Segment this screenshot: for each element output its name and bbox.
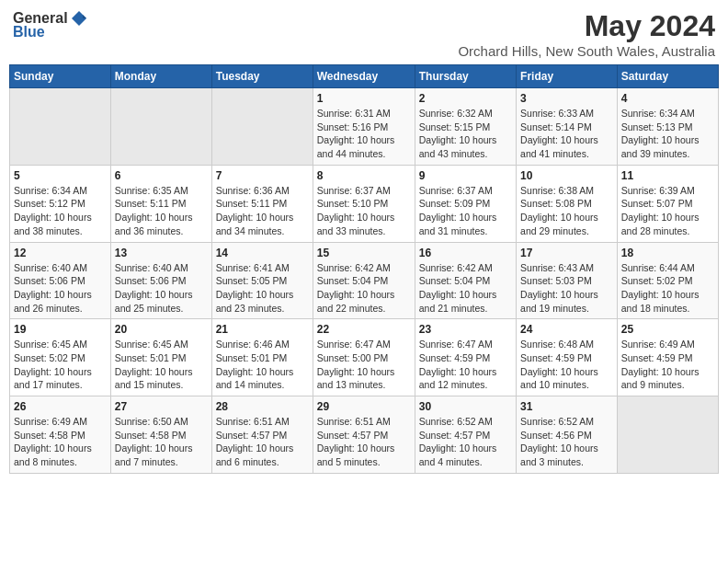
day-number: 24	[520, 323, 613, 336]
calendar-cell: 18Sunrise: 6:44 AMSunset: 5:02 PMDayligh…	[617, 242, 718, 319]
day-number: 9	[419, 169, 512, 182]
day-number: 17	[520, 247, 613, 259]
day-number: 2	[419, 92, 512, 105]
day-info: Sunrise: 6:49 AMSunset: 4:58 PMDaylight:…	[14, 415, 107, 469]
day-number: 12	[14, 247, 107, 259]
calendar-cell: 4Sunrise: 6:34 AMSunset: 5:13 PMDaylight…	[617, 88, 718, 166]
day-info: Sunrise: 6:44 AMSunset: 5:02 PMDaylight:…	[621, 261, 714, 316]
day-info: Sunrise: 6:48 AMSunset: 4:59 PMDaylight:…	[520, 338, 613, 392]
calendar-cell: 25Sunrise: 6:49 AMSunset: 4:59 PMDayligh…	[617, 319, 718, 396]
day-info: Sunrise: 6:45 AMSunset: 5:02 PMDaylight:…	[14, 338, 107, 392]
header-thursday: Thursday	[415, 65, 516, 88]
header-sunday: Sunday	[10, 65, 111, 88]
day-info: Sunrise: 6:40 AMSunset: 5:06 PMDaylight:…	[14, 261, 107, 316]
day-number: 4	[621, 92, 714, 105]
day-info: Sunrise: 6:35 AMSunset: 5:11 PMDaylight:…	[115, 184, 208, 238]
calendar-cell	[110, 88, 211, 166]
day-info: Sunrise: 6:33 AMSunset: 5:14 PMDaylight:…	[520, 107, 613, 161]
calendar-cell: 12Sunrise: 6:40 AMSunset: 5:06 PMDayligh…	[10, 242, 111, 319]
calendar-cell: 30Sunrise: 6:52 AMSunset: 4:57 PMDayligh…	[415, 396, 516, 474]
day-info: Sunrise: 6:47 AMSunset: 4:59 PMDaylight:…	[419, 338, 512, 392]
day-info: Sunrise: 6:34 AMSunset: 5:13 PMDaylight:…	[621, 107, 714, 161]
header-wednesday: Wednesday	[313, 65, 415, 88]
day-info: Sunrise: 6:42 AMSunset: 5:04 PMDaylight:…	[419, 261, 512, 316]
calendar-cell: 16Sunrise: 6:42 AMSunset: 5:04 PMDayligh…	[415, 242, 516, 319]
day-info: Sunrise: 6:41 AMSunset: 5:05 PMDaylight:…	[216, 261, 309, 316]
day-number: 7	[216, 169, 309, 182]
calendar-subtitle: Orchard Hills, New South Wales, Australi…	[458, 43, 715, 59]
day-number: 5	[14, 169, 107, 182]
day-info: Sunrise: 6:49 AMSunset: 4:59 PMDaylight:…	[621, 338, 714, 392]
calendar-cell: 1Sunrise: 6:31 AMSunset: 5:16 PMDaylight…	[313, 88, 415, 166]
day-number: 20	[115, 323, 208, 336]
day-number: 30	[419, 400, 512, 413]
day-number: 31	[520, 400, 613, 413]
calendar-cell: 22Sunrise: 6:47 AMSunset: 5:00 PMDayligh…	[313, 319, 415, 396]
day-info: Sunrise: 6:37 AMSunset: 5:09 PMDaylight:…	[419, 184, 512, 238]
day-number: 1	[317, 92, 411, 105]
calendar-cell: 14Sunrise: 6:41 AMSunset: 5:05 PMDayligh…	[211, 242, 313, 319]
header-tuesday: Tuesday	[211, 65, 313, 88]
calendar-cell: 17Sunrise: 6:43 AMSunset: 5:03 PMDayligh…	[517, 242, 618, 319]
calendar-cell: 9Sunrise: 6:37 AMSunset: 5:09 PMDaylight…	[415, 165, 516, 242]
day-info: Sunrise: 6:52 AMSunset: 4:56 PMDaylight:…	[520, 415, 613, 469]
logo: General Blue	[13, 9, 88, 40]
day-info: Sunrise: 6:42 AMSunset: 5:04 PMDaylight:…	[317, 261, 411, 316]
calendar-cell: 7Sunrise: 6:36 AMSunset: 5:11 PMDaylight…	[211, 165, 313, 242]
calendar-cell: 13Sunrise: 6:40 AMSunset: 5:06 PMDayligh…	[110, 242, 211, 319]
day-number: 21	[216, 323, 309, 336]
calendar-week-row: 26Sunrise: 6:49 AMSunset: 4:58 PMDayligh…	[10, 396, 719, 474]
day-info: Sunrise: 6:34 AMSunset: 5:12 PMDaylight:…	[14, 184, 107, 238]
day-number: 27	[115, 400, 208, 413]
day-info: Sunrise: 6:37 AMSunset: 5:10 PMDaylight:…	[317, 184, 411, 238]
calendar-cell: 2Sunrise: 6:32 AMSunset: 5:15 PMDaylight…	[415, 88, 516, 166]
logo-icon	[70, 9, 88, 28]
calendar-cell: 8Sunrise: 6:37 AMSunset: 5:10 PMDaylight…	[313, 165, 415, 242]
day-info: Sunrise: 6:47 AMSunset: 5:00 PMDaylight:…	[317, 338, 411, 392]
day-number: 16	[419, 247, 512, 259]
day-info: Sunrise: 6:45 AMSunset: 5:01 PMDaylight:…	[115, 338, 208, 392]
calendar-header-row: SundayMondayTuesdayWednesdayThursdayFrid…	[10, 65, 719, 88]
day-info: Sunrise: 6:39 AMSunset: 5:07 PMDaylight:…	[621, 184, 714, 238]
calendar-cell: 6Sunrise: 6:35 AMSunset: 5:11 PMDaylight…	[110, 165, 211, 242]
day-number: 14	[216, 247, 309, 259]
calendar-cell: 11Sunrise: 6:39 AMSunset: 5:07 PMDayligh…	[617, 165, 718, 242]
title-block: May 2024 Orchard Hills, New South Wales,…	[458, 9, 715, 59]
calendar-cell	[617, 396, 718, 474]
day-number: 11	[621, 169, 714, 182]
calendar-title: May 2024	[458, 9, 715, 43]
day-number: 3	[520, 92, 613, 105]
calendar-cell: 19Sunrise: 6:45 AMSunset: 5:02 PMDayligh…	[10, 319, 111, 396]
calendar-week-row: 1Sunrise: 6:31 AMSunset: 5:16 PMDaylight…	[10, 88, 719, 166]
day-number: 28	[216, 400, 309, 413]
calendar-table: SundayMondayTuesdayWednesdayThursdayFrid…	[9, 64, 719, 474]
calendar-cell: 21Sunrise: 6:46 AMSunset: 5:01 PMDayligh…	[211, 319, 313, 396]
calendar-cell: 24Sunrise: 6:48 AMSunset: 4:59 PMDayligh…	[517, 319, 618, 396]
day-info: Sunrise: 6:52 AMSunset: 4:57 PMDaylight:…	[419, 415, 512, 469]
day-info: Sunrise: 6:43 AMSunset: 5:03 PMDaylight:…	[520, 261, 613, 316]
calendar-week-row: 19Sunrise: 6:45 AMSunset: 5:02 PMDayligh…	[10, 319, 719, 396]
day-info: Sunrise: 6:40 AMSunset: 5:06 PMDaylight:…	[115, 261, 208, 316]
calendar-cell	[10, 88, 111, 166]
calendar-week-row: 12Sunrise: 6:40 AMSunset: 5:06 PMDayligh…	[10, 242, 719, 319]
calendar-cell: 28Sunrise: 6:51 AMSunset: 4:57 PMDayligh…	[211, 396, 313, 474]
day-info: Sunrise: 6:31 AMSunset: 5:16 PMDaylight:…	[317, 107, 411, 161]
day-info: Sunrise: 6:51 AMSunset: 4:57 PMDaylight:…	[216, 415, 309, 469]
calendar-cell: 3Sunrise: 6:33 AMSunset: 5:14 PMDaylight…	[517, 88, 618, 166]
day-info: Sunrise: 6:51 AMSunset: 4:57 PMDaylight:…	[317, 415, 411, 469]
calendar-cell: 29Sunrise: 6:51 AMSunset: 4:57 PMDayligh…	[313, 396, 415, 474]
day-info: Sunrise: 6:32 AMSunset: 5:15 PMDaylight:…	[419, 107, 512, 161]
day-number: 19	[14, 323, 107, 336]
day-number: 25	[621, 323, 714, 336]
day-number: 29	[317, 400, 411, 413]
header-friday: Friday	[517, 65, 618, 88]
calendar-cell: 23Sunrise: 6:47 AMSunset: 4:59 PMDayligh…	[415, 319, 516, 396]
day-number: 6	[115, 169, 208, 182]
day-number: 26	[14, 400, 107, 413]
calendar-cell	[211, 88, 313, 166]
calendar-cell: 10Sunrise: 6:38 AMSunset: 5:08 PMDayligh…	[517, 165, 618, 242]
day-number: 10	[520, 169, 613, 182]
day-number: 8	[317, 169, 411, 182]
calendar-cell: 27Sunrise: 6:50 AMSunset: 4:58 PMDayligh…	[110, 396, 211, 474]
day-number: 23	[419, 323, 512, 336]
